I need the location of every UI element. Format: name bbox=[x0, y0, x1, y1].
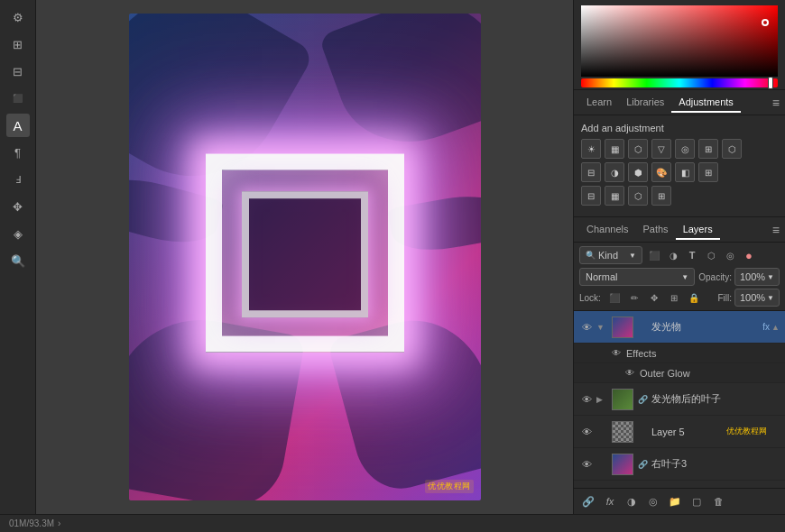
posterize-adj-icon[interactable]: ⊟ bbox=[581, 186, 601, 206]
doc-info: 01M/93.3M bbox=[9, 518, 54, 528]
opacity-value[interactable]: 100% ▼ bbox=[734, 268, 780, 286]
brush-group-icon[interactable]: ⊞ bbox=[6, 32, 30, 56]
spectrum-cursor bbox=[762, 19, 769, 26]
brightness-adj-icon[interactable]: ☀ bbox=[581, 139, 601, 159]
fill-control: Fill: 100% ▼ bbox=[717, 289, 780, 307]
layer-expand-icon[interactable]: ▶ bbox=[596, 395, 607, 404]
smart-filter-icon[interactable]: ◎ bbox=[722, 247, 738, 263]
effects-label: Effects bbox=[626, 348, 656, 359]
tab-learn[interactable]: Learn bbox=[579, 93, 619, 113]
link-layers-icon[interactable]: 🔗 bbox=[579, 492, 597, 510]
color-lookup-adj-icon[interactable]: 🎨 bbox=[651, 162, 671, 182]
kind-select[interactable]: 🔍 Kind ▼ bbox=[579, 246, 642, 264]
layer-item[interactable]: 👁 Layer 5 优优教程网 bbox=[574, 416, 785, 448]
lock-all-icon[interactable]: 🔒 bbox=[686, 289, 702, 306]
layer-arrow-icon[interactable]: ▲ bbox=[771, 323, 780, 332]
colorbal-adj-icon[interactable]: ⬡ bbox=[722, 139, 742, 159]
bw-adj-icon[interactable]: ⊟ bbox=[581, 162, 601, 182]
tab-channels[interactable]: Channels bbox=[579, 220, 635, 240]
delete-layer-icon[interactable]: 🗑 bbox=[709, 492, 727, 510]
outer-glow-eye-icon[interactable]: 👁 bbox=[623, 367, 636, 380]
lock-artboard-icon[interactable]: ⊞ bbox=[666, 289, 682, 306]
layer-expand-icon[interactable]: ▼ bbox=[596, 323, 607, 332]
new-fill-layer-icon[interactable]: ◎ bbox=[644, 492, 662, 510]
fill-label: Fill: bbox=[717, 293, 732, 303]
tab-libraries[interactable]: Libraries bbox=[619, 93, 671, 113]
settings-icon[interactable]: ⚙ bbox=[6, 5, 30, 29]
photo-filter-adj-icon[interactable]: ◑ bbox=[605, 162, 624, 182]
lock-transparency-icon[interactable]: ⬛ bbox=[606, 289, 623, 306]
effects-eye-icon[interactable]: 👁 bbox=[610, 347, 623, 360]
layer-thumbnail bbox=[612, 454, 633, 475]
invert-adj-icon[interactable]: ◧ bbox=[675, 162, 695, 182]
eyedropper-icon[interactable]: 🔍 bbox=[6, 249, 30, 272]
layers-list: 👁 ▼ 发光物 fx ▲ 👁 Effects 👁 Outer Glow bbox=[574, 311, 785, 488]
lock-pixels-icon[interactable]: ✏ bbox=[626, 289, 642, 306]
canvas-bg: 优优教程网 bbox=[129, 14, 481, 500]
status-arrow[interactable]: › bbox=[58, 518, 60, 528]
lock-position-icon[interactable]: ✥ bbox=[646, 289, 662, 306]
blend-mode-select[interactable]: Normal ▼ bbox=[579, 268, 695, 286]
right-panel: Learn Libraries Adjustments ≡ Add an adj… bbox=[573, 0, 785, 514]
adjustments-menu-icon[interactable]: ≡ bbox=[772, 96, 780, 110]
layer-fx-badge[interactable]: fx bbox=[762, 322, 770, 332]
hsl-adj-icon[interactable]: ⊞ bbox=[698, 139, 718, 159]
opacity-label: Opacity: bbox=[698, 272, 732, 282]
toggle-filter-icon[interactable]: ● bbox=[741, 247, 757, 263]
gradient-adj-icon[interactable]: ▦ bbox=[605, 186, 624, 206]
add-mask-icon[interactable]: ◑ bbox=[623, 492, 641, 510]
lock-row: Lock: ⬛ ✏ ✥ ⊞ 🔒 Fill: 100% ▼ bbox=[579, 289, 780, 307]
tab-paths[interactable]: Paths bbox=[635, 220, 675, 240]
layer-visibility-icon[interactable]: 👁 bbox=[579, 425, 594, 439]
canvas-tool-icon[interactable]: ⬛ bbox=[6, 87, 30, 110]
opacity-control: Opacity: 100% ▼ bbox=[698, 268, 780, 286]
effects-sub-item[interactable]: 👁 Effects bbox=[574, 344, 785, 363]
add-adjustment-label: Add an adjustment bbox=[581, 123, 778, 133]
layers-controls: 🔍 Kind ▼ ⬛ ◑ T ⬡ ◎ ● Normal bbox=[574, 243, 785, 311]
exposure-adj-icon[interactable]: ▽ bbox=[651, 139, 671, 159]
layer-thumbnail bbox=[612, 421, 633, 443]
kind-label: Kind bbox=[598, 250, 618, 261]
type-tool-icon[interactable]: A bbox=[6, 114, 30, 137]
outer-glow-sub-item[interactable]: 👁 Outer Glow bbox=[574, 363, 785, 383]
color-picker-area bbox=[574, 0, 785, 90]
curves-adj-icon[interactable]: ⬡ bbox=[628, 139, 648, 159]
layer-name: 发光物后的叶子 bbox=[651, 392, 780, 406]
hue-slider[interactable] bbox=[581, 78, 778, 87]
new-group-icon[interactable]: 📁 bbox=[666, 492, 684, 510]
color-spectrum[interactable] bbox=[581, 5, 778, 77]
paragraph-icon[interactable]: ¶ bbox=[6, 141, 30, 164]
type-filter-icon[interactable]: T bbox=[684, 247, 700, 263]
layer-visibility-icon[interactable]: 👁 bbox=[579, 320, 594, 335]
layer-link-icon: 🔗 bbox=[638, 395, 649, 404]
fx-button[interactable]: fx bbox=[601, 492, 619, 510]
blend-mode-value: Normal bbox=[586, 271, 617, 282]
pixel-filter-icon[interactable]: ⬛ bbox=[646, 247, 662, 263]
layer-item[interactable]: 👁 ▼ 发光物 fx ▲ bbox=[574, 311, 785, 344]
layer-visibility-icon[interactable]: 👁 bbox=[579, 392, 594, 407]
vibrance-adj-icon[interactable]: ◎ bbox=[675, 139, 695, 159]
levels-adj-icon[interactable]: ▦ bbox=[605, 139, 624, 159]
threshold-adj-icon[interactable]: ⊞ bbox=[698, 162, 718, 182]
tab-adjustments[interactable]: Adjustments bbox=[671, 93, 741, 113]
path-icon[interactable]: Ⅎ bbox=[6, 168, 30, 191]
tab-layers[interactable]: Layers bbox=[676, 220, 720, 240]
select-color-adj-icon[interactable]: ⬡ bbox=[628, 186, 648, 206]
layers-bottom-toolbar: 🔗 fx ◑ ◎ 📁 ▢ 🗑 bbox=[574, 488, 785, 514]
canvas-area[interactable]: 优优教程网 bbox=[36, 0, 573, 514]
transform-icon[interactable]: ✥ bbox=[6, 195, 30, 218]
new-layer-icon[interactable]: ▢ bbox=[688, 492, 706, 510]
layer-item[interactable]: 👁 🔗 右叶子3 bbox=[574, 448, 785, 481]
channel-mix-adj-icon[interactable]: ⬢ bbox=[628, 162, 648, 182]
fill-value[interactable]: 100% ▼ bbox=[734, 289, 780, 307]
layers-menu-icon[interactable]: ≡ bbox=[772, 223, 780, 237]
shape-filter-icon[interactable]: ⬡ bbox=[703, 247, 719, 263]
adjust-icon[interactable]: ◈ bbox=[6, 222, 30, 245]
layer-visibility-icon[interactable]: 👁 bbox=[579, 457, 594, 472]
blend-row: Normal ▼ Opacity: 100% ▼ bbox=[579, 268, 780, 286]
healing-icon[interactable]: ⊟ bbox=[6, 60, 30, 83]
adjustment-filter-icon[interactable]: ◑ bbox=[665, 247, 681, 263]
adjustments-content: Add an adjustment ☀ ▦ ⬡ ▽ ◎ ⊞ ⬡ ⊟ ◑ ⬢ 🎨 … bbox=[574, 115, 785, 217]
layer-item[interactable]: 👁 ▶ 🔗 发光物后的叶子 bbox=[574, 383, 785, 416]
grid-adj-icon[interactable]: ⊞ bbox=[651, 186, 671, 206]
